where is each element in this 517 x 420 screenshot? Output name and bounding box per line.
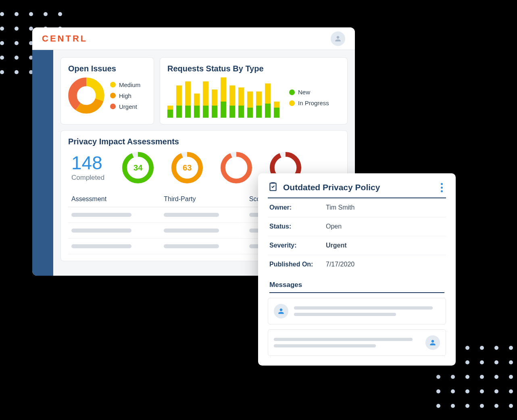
clipboard-check-icon [268,181,278,193]
completed-value: 148 [71,154,104,172]
legend-urgent-label: Urgent [119,103,137,110]
pia-column-header: Third-Party [161,191,246,207]
messages-heading: Messages [269,281,444,293]
owner-label: Owner: [269,204,326,211]
open-issues-legend: Medium High Urgent [110,81,140,110]
message-item[interactable] [268,329,446,356]
issue-detail-panel: Outdated Privacy Policy Owner: Tim Smith… [258,173,456,366]
severity-label: Severity: [269,242,326,249]
message-item[interactable] [268,298,446,324]
legend-high: High [110,92,140,99]
message-placeholder-lines [274,338,420,347]
issue-title: Outdated Privacy Policy [283,183,432,192]
requests-bar-chart [167,77,279,118]
legend-urgent: Urgent [110,103,140,110]
pia-ring-value: 63 [171,151,204,184]
pia-column-header: Assessment [68,191,161,207]
open-issues-title: Open Issues [68,64,146,73]
title-bar: CENTRL [32,27,355,50]
pia-ring-value [220,151,253,184]
field-owner: Owner: Tim Smith [268,198,446,217]
pia-ring: 34 [121,151,154,184]
field-status: Status: Open [268,217,446,236]
legend-in-progress-label: In Progress [298,100,329,106]
published-label: Published On: [269,261,326,268]
severity-value: Urgent [326,242,347,249]
completed-label: Completed [71,174,104,182]
requests-status-card: Requests Status By Type New In Progress [160,57,348,125]
legend-in-progress: In Progress [289,100,329,106]
legend-medium-label: Medium [119,81,140,88]
legend-new-label: New [298,89,310,96]
legend-new: New [289,89,329,96]
field-severity: Severity: Urgent [268,236,446,255]
side-rail [32,50,53,276]
open-issues-donut-chart [68,77,104,114]
completed-stat: 148 Completed [71,154,104,182]
message-avatar [425,335,440,350]
open-issues-card: Open Issues Medium High Urgent [60,57,154,125]
pia-title: Privacy Impact Assessments [68,137,340,146]
requests-legend: New In Progress [289,89,329,106]
owner-value: Tim Smith [326,204,354,211]
svg-point-3 [80,89,92,102]
pia-ring [220,151,253,184]
status-value: Open [326,223,342,230]
legend-medium: Medium [110,81,140,88]
requests-status-title: Requests Status By Type [167,64,340,73]
status-label: Status: [269,223,326,230]
pia-ring-value: 34 [121,151,154,184]
published-value: 7/17/2020 [326,261,354,268]
field-published: Published On: 7/17/2020 [268,255,446,274]
person-icon [334,35,342,43]
message-avatar [274,304,288,318]
legend-high-label: High [119,92,131,99]
message-placeholder-lines [294,306,440,316]
brand-logo: CENTRL [42,33,88,44]
more-menu-button[interactable] [437,183,446,192]
pia-ring: 63 [171,151,204,184]
user-avatar[interactable] [331,31,345,46]
